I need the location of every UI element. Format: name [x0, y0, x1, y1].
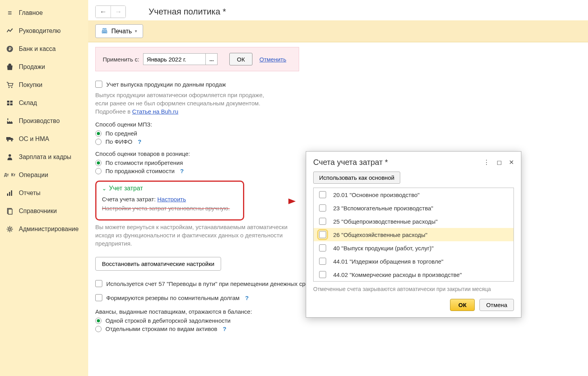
- buh-article-link[interactable]: Статье на Buh.ru: [132, 108, 178, 115]
- account-checkbox[interactable]: [319, 231, 326, 238]
- svg-rect-17: [8, 209, 12, 214]
- account-row[interactable]: 44.01 "Издержки обращения в торговле": [314, 255, 514, 268]
- reserves-checkbox[interactable]: [95, 294, 102, 301]
- cost-section-header[interactable]: ⌄ Учет затрат: [102, 185, 238, 192]
- dialog-header: Счета учета затрат * ⋮ ◻ ✕: [313, 158, 514, 167]
- svg-rect-8: [7, 118, 8, 120]
- cost-section-highlight: ⌄ Учет затрат Счета учета затрат: Настро…: [95, 181, 244, 221]
- sidebar-item-manager[interactable]: Руководителю: [0, 22, 88, 40]
- account-row[interactable]: 26 "Общехозяйственные расходы": [314, 228, 514, 241]
- title-row: ← → Учетная политика *: [88, 0, 588, 20]
- account-row[interactable]: 20.01 "Основное производство": [314, 188, 514, 201]
- sidebar-item-purchases[interactable]: Покупки: [0, 76, 88, 94]
- help-icon[interactable]: ?: [180, 168, 183, 174]
- mpz-fifo-label: По ФИФО: [105, 138, 132, 145]
- sidebar-item-hr[interactable]: Зарплата и кадры: [0, 148, 88, 166]
- sidebar-item-production[interactable]: Производство: [0, 112, 88, 130]
- sidebar-item-label: Зарплата и кадры: [19, 154, 71, 161]
- dialog-ok-button[interactable]: ОК: [450, 299, 475, 311]
- sidebar-item-assets[interactable]: ОС и НМА: [0, 130, 88, 148]
- account-row[interactable]: 44.02 "Коммерческие расходы в производст…: [314, 268, 514, 281]
- help-icon[interactable]: ?: [245, 295, 249, 301]
- date-input-group: ...: [143, 53, 218, 65]
- apply-ok-button[interactable]: ОК: [229, 53, 252, 65]
- apply-panel: Применить с: ... ОК Отменить: [95, 47, 299, 71]
- svg-point-18: [9, 228, 11, 230]
- dialog-window-controls: ⋮ ◻ ✕: [483, 159, 514, 166]
- nav-back-button[interactable]: ←: [96, 6, 111, 18]
- sidebar-item-operations[interactable]: ДтКтОперации: [0, 166, 88, 184]
- account-checkbox[interactable]: [319, 204, 326, 212]
- truck-icon: [5, 135, 14, 143]
- restore-auto-button[interactable]: Восстановить автоматические настройки: [95, 257, 221, 271]
- boxes-icon: [5, 99, 14, 107]
- dialog-cancel-button[interactable]: Отмена: [479, 299, 514, 311]
- maximize-icon[interactable]: ◻: [497, 159, 502, 166]
- sidebar-item-label: Продажи: [19, 63, 45, 70]
- sidebar-item-label: Покупки: [19, 81, 42, 89]
- svg-rect-9: [6, 137, 11, 140]
- advances-single-radio[interactable]: [95, 318, 102, 324]
- cost-accounts-row: Счета учета затрат: Настроить: [102, 196, 238, 202]
- print-button[interactable]: 🖶 Печать ▾: [95, 24, 143, 38]
- use-as-main-button[interactable]: Использовать как основной: [313, 172, 400, 184]
- apply-cancel-link[interactable]: Отменить: [260, 56, 287, 63]
- sidebar-item-admin[interactable]: Администрирование: [0, 220, 88, 238]
- svg-line-25: [8, 231, 9, 231]
- account-checkbox[interactable]: [319, 218, 326, 225]
- sidebar-item-directories[interactable]: Справочники: [0, 202, 88, 220]
- output-by-sales-checkbox[interactable]: [95, 81, 102, 88]
- nav-buttons: ← →: [95, 5, 126, 18]
- cost-note-1: Настройки учета затрат установлены вручн…: [102, 205, 238, 212]
- svg-rect-6: [7, 103, 9, 105]
- help-icon[interactable]: ?: [223, 325, 226, 332]
- account-checkbox[interactable]: [319, 271, 326, 278]
- account-checkbox[interactable]: [319, 244, 326, 251]
- sidebar-item-label: Склад: [19, 99, 37, 107]
- svg-point-11: [11, 140, 13, 141]
- account-label: 40 "Выпуск продукции (работ, услуг)": [333, 245, 434, 251]
- account-label: 23 "Вспомогательные производства": [333, 205, 433, 212]
- help-icon[interactable]: ?: [138, 138, 142, 145]
- account-row[interactable]: 23 "Вспомогательные производства": [314, 201, 514, 215]
- account-checkbox[interactable]: [319, 258, 326, 265]
- cost-note-2: Вы можете вернуться к настройкам, устана…: [95, 223, 307, 248]
- mpz-fifo-radio[interactable]: [95, 139, 102, 145]
- mpz-average-radio[interactable]: [95, 130, 102, 137]
- account-label: 26 "Общехозяйственные расходы": [333, 231, 427, 238]
- date-picker-button[interactable]: ...: [206, 53, 218, 65]
- account-row[interactable]: 25 "Общепроизводственные расходы": [314, 215, 514, 228]
- page-title: Учетная политика *: [149, 7, 226, 17]
- sidebar-item-bank[interactable]: ₽Банк и касса: [0, 40, 88, 58]
- sidebar-item-main[interactable]: ≡Главное: [0, 4, 88, 22]
- account-row[interactable]: 40 "Выпуск продукции (работ, услуг)": [314, 241, 514, 255]
- acc57-checkbox[interactable]: [95, 280, 102, 287]
- sidebar-item-reports[interactable]: Отчеты: [0, 184, 88, 202]
- sidebar-item-warehouse[interactable]: Склад: [0, 94, 88, 112]
- more-icon[interactable]: ⋮: [483, 159, 490, 166]
- account-checkbox[interactable]: [319, 191, 326, 198]
- advances-split-label: Отдельными строками по видам активов: [105, 325, 217, 332]
- svg-point-12: [9, 154, 11, 157]
- mpz-label: Способ оценки МПЗ:: [95, 121, 581, 128]
- retail-acq-radio[interactable]: [95, 160, 102, 166]
- account-label: 44.02 "Коммерческие расходы в производст…: [333, 271, 462, 278]
- sidebar-item-label: ОС и НМА: [19, 136, 49, 143]
- advances-split-radio[interactable]: [95, 326, 102, 332]
- apply-date-input[interactable]: [143, 53, 206, 65]
- sidebar-item-label: Производство: [19, 118, 60, 125]
- bag-icon: [5, 63, 14, 71]
- cost-configure-link[interactable]: Настроить: [157, 196, 186, 202]
- acc57-label: Используется счет 57 "Переводы в пути" п…: [106, 280, 321, 287]
- nav-forward-button[interactable]: →: [111, 6, 125, 18]
- svg-rect-14: [9, 192, 10, 196]
- retail-sale-radio[interactable]: [95, 168, 102, 174]
- chart-icon: [5, 27, 14, 35]
- close-icon[interactable]: ✕: [509, 159, 514, 166]
- sidebar-item-label: Отчеты: [19, 190, 40, 197]
- docs-icon: [5, 207, 14, 215]
- toolbar: 🖶 Печать ▾: [88, 20, 588, 42]
- sidebar-item-label: Справочники: [19, 208, 57, 215]
- ruble-icon: ₽: [5, 45, 14, 53]
- sidebar-item-sales[interactable]: Продажи: [0, 58, 88, 76]
